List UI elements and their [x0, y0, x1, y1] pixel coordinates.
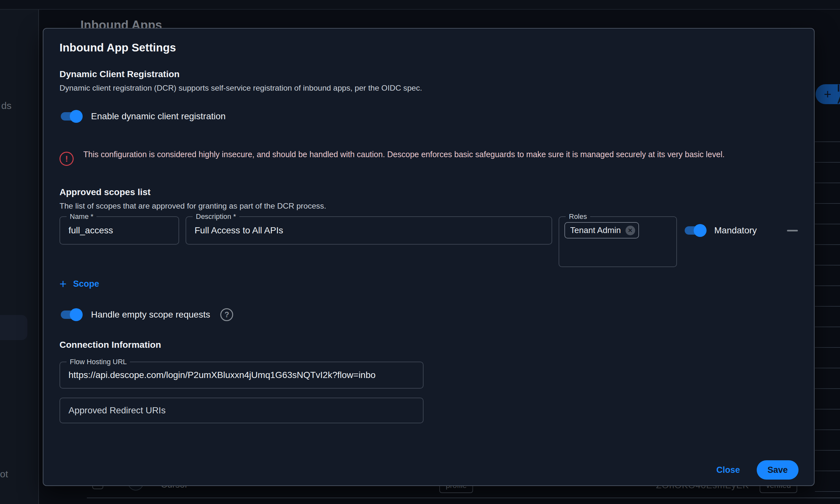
approved-scopes-description: The list of scopes that are approved for…	[59, 201, 798, 211]
mandatory-toggle[interactable]	[683, 223, 706, 237]
top-bar	[0, 0, 840, 10]
sidebar-item-clipped-bottom[interactable]: ot	[0, 469, 8, 480]
flow-hosting-url-field[interactable]: Flow Hosting URL https://api.descope.com…	[59, 362, 423, 389]
enable-dcr-toggle-label: Enable dynamic client registration	[91, 111, 226, 122]
scope-roles-label: Roles	[566, 213, 590, 221]
flow-hosting-url-label: Flow Hosting URL	[67, 358, 130, 366]
help-icon[interactable]: ?	[220, 308, 233, 321]
scope-name-value: full_access	[60, 217, 178, 244]
plus-icon: +	[824, 87, 831, 102]
handle-empty-scope-label: Handle empty scope requests	[91, 309, 210, 320]
toggle-thumb	[70, 308, 83, 321]
connection-info-heading: Connection Information	[59, 339, 798, 351]
scope-roles-field[interactable]: Roles Tenant Admin ✕	[559, 216, 677, 267]
inbound-app-settings-dialog: Inbound App Settings Dynamic Client Regi…	[43, 28, 815, 486]
scope-description-field[interactable]: Description * Full Access to All APIs	[186, 216, 552, 245]
error-icon: !	[59, 152, 74, 166]
sidebar-item-selected[interactable]	[0, 315, 27, 340]
mandatory-toggle-label: Mandatory	[714, 225, 757, 236]
scope-name-label: Name *	[67, 213, 97, 221]
scope-row: Name * full_access Description * Full Ac…	[59, 216, 798, 267]
dcr-section-heading: Dynamic Client Registration	[59, 69, 798, 80]
remove-role-icon[interactable]: ✕	[626, 226, 635, 235]
scope-name-field[interactable]: Name * full_access	[59, 216, 179, 245]
close-button[interactable]: Close	[716, 465, 740, 475]
add-inbound-app-label: Inbound App	[837, 82, 840, 106]
sidebar-nav: ds ot	[0, 10, 39, 504]
approved-redirect-uris-placeholder: Approved Redirect URIs	[60, 398, 423, 423]
add-scope-label: Scope	[73, 279, 99, 289]
scope-description-label: Description *	[193, 213, 239, 221]
insecure-warning-alert: ! This configuration is considered highl…	[59, 147, 798, 166]
handle-empty-scope-toggle[interactable]	[59, 308, 83, 322]
plus-icon: +	[59, 278, 67, 290]
enable-dcr-toggle[interactable]	[59, 109, 83, 123]
scope-description-value: Full Access to All APIs	[186, 217, 552, 244]
save-button[interactable]: Save	[757, 460, 799, 480]
add-scope-button[interactable]: + Scope	[59, 277, 99, 290]
approved-scopes-heading: Approved scopes list	[59, 186, 798, 198]
table-row-dividers	[815, 141, 840, 498]
add-inbound-app-button[interactable]: + Inbound App	[816, 84, 840, 104]
toggle-thumb	[694, 224, 706, 237]
dcr-section-description: Dynamic client registration (DCR) suppor…	[59, 83, 798, 93]
warning-text: This configuration is considered highly …	[83, 147, 768, 161]
dialog-title: Inbound App Settings	[59, 41, 798, 54]
sidebar-item-clipped-top[interactable]: ds	[1, 100, 12, 111]
remove-scope-button[interactable]	[787, 230, 798, 231]
role-chip-label: Tenant Admin	[570, 225, 621, 235]
role-chip[interactable]: Tenant Admin ✕	[564, 222, 639, 238]
toggle-thumb	[70, 110, 83, 123]
row-divider	[87, 498, 840, 498]
flow-hosting-url-value: https://api.descope.com/login/P2umXBluxx…	[60, 362, 423, 388]
approved-redirect-uris-field[interactable]: Approved Redirect URIs	[59, 398, 423, 423]
